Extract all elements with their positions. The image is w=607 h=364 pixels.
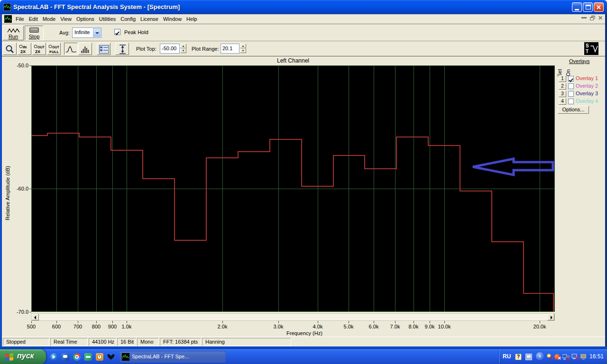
overlay-checkbox-2[interactable] xyxy=(568,83,574,89)
help-tip-icon[interactable]: ? xyxy=(515,354,522,360)
taskbar-app-button[interactable]: SpectraLAB - FFT Spe... xyxy=(120,351,226,363)
y-axis-label-box: Relative Amplitude (dB) xyxy=(3,102,12,225)
overlay-checkbox-3[interactable] xyxy=(568,91,574,97)
zoom-out-2x-button[interactable]: OUT2X xyxy=(32,43,46,55)
green-tool-icon[interactable] xyxy=(84,353,92,361)
x-tick-label: 7.0k xyxy=(390,324,400,329)
status-cell-1: Real Time xyxy=(50,338,88,346)
zoom-in-2x-button[interactable]: IN2X xyxy=(18,43,31,55)
avg-combobox[interactable]: Infinite xyxy=(72,27,101,38)
plot-top-input[interactable]: -50.00 xyxy=(160,44,180,54)
x-tick-mark xyxy=(96,321,97,323)
x-tick-label: 8.0k xyxy=(409,324,419,329)
stop-button[interactable]: Stop xyxy=(25,26,44,40)
wireless-network-error-icon[interactable]: ✕ xyxy=(562,354,569,360)
menu-utilities[interactable]: Utilities xyxy=(97,15,118,25)
taskbar: пуск SpectraLAB - FFT Spe... RU ? xyxy=(0,349,607,364)
run-button[interactable]: Run xyxy=(3,26,24,40)
agent-blocked-icon[interactable]: ✕ xyxy=(554,354,561,360)
overlay-set-button-4[interactable]: 4 xyxy=(559,98,566,105)
plot-top-label: Plot Top: xyxy=(136,46,156,52)
x-tick-mark xyxy=(349,321,349,323)
spin-up-icon2[interactable]: ▲ xyxy=(240,44,246,48)
spectrum-curve-icon xyxy=(65,46,77,53)
layout-monitor-icon[interactable] xyxy=(525,354,532,360)
plot-range-input[interactable]: 20.1 xyxy=(221,44,239,54)
zoom-out-full-button[interactable]: OUTFULL xyxy=(47,43,61,55)
display-icon[interactable] xyxy=(580,354,587,360)
language-indicator[interactable]: RU xyxy=(503,353,511,360)
bar-view-button[interactable] xyxy=(78,43,92,55)
mdi-minimize-icon[interactable] xyxy=(581,17,587,18)
spin-up-icon[interactable]: ▲ xyxy=(180,44,186,48)
amplitude-scale-button[interactable] xyxy=(115,43,129,55)
peak-hold-checkbox[interactable] xyxy=(114,29,120,35)
x-tick-mark xyxy=(222,321,223,323)
plot-range-spinner[interactable]: ▲ ▼ xyxy=(240,44,246,53)
spectrum-view-button[interactable] xyxy=(64,43,78,55)
plot-range-value: 20.1 xyxy=(222,46,232,51)
chrome-icon[interactable] xyxy=(73,353,81,361)
mdi-close-icon[interactable]: ✕ xyxy=(598,15,603,21)
taskbar-clock: 16:51 xyxy=(589,353,604,360)
close-icon: ✕ xyxy=(594,3,603,11)
close-button[interactable]: ✕ xyxy=(594,2,604,12)
overlay-set-button-1[interactable]: 1 xyxy=(559,75,566,82)
minimize-button[interactable] xyxy=(572,2,582,12)
overlays-options-button[interactable]: Options... xyxy=(558,106,589,114)
zoom-button[interactable] xyxy=(3,43,17,55)
zoom-out-2x-icon: OUT2X xyxy=(34,44,46,55)
scroll-left-button[interactable] xyxy=(32,314,39,320)
status-bar: StoppedReal Time44100 Hz16 BitMonoFFT: 1… xyxy=(2,337,605,346)
scroll-right-button[interactable] xyxy=(547,314,554,320)
start-button[interactable]: пуск xyxy=(0,349,46,364)
menu-window[interactable]: Window xyxy=(161,15,184,25)
document-icon xyxy=(4,15,12,25)
overlay-checkbox-4[interactable] xyxy=(568,99,574,104)
x-tick-label: 5.0k xyxy=(344,324,354,329)
plot-top-spinner[interactable]: ▲ ▼ xyxy=(180,44,186,53)
spin-down-icon2[interactable]: ▼ xyxy=(240,48,246,53)
peak-hold-label: Peak Hold xyxy=(124,29,148,35)
bar-chart-icon xyxy=(81,45,91,54)
signal-generator-button[interactable]: ST xyxy=(584,42,598,55)
menu-config[interactable]: Config xyxy=(118,15,138,25)
maximize-button[interactable] xyxy=(583,2,593,12)
tip-blocked-icon[interactable]: ✕ xyxy=(546,354,553,360)
title-bar: SpectraLAB - FFT Spectral Analysis Syste… xyxy=(0,0,607,14)
foobar-icon[interactable] xyxy=(107,353,115,361)
start-label: пуск xyxy=(17,352,34,360)
x-scrollbar[interactable] xyxy=(31,313,555,321)
display-options-button[interactable] xyxy=(97,43,110,55)
overlay-checkbox-1[interactable] xyxy=(568,76,574,82)
menu-license[interactable]: License xyxy=(138,15,161,25)
run-icon xyxy=(7,27,20,33)
network-error-icon[interactable]: ✕ xyxy=(571,354,578,360)
menu-edit[interactable]: Edit xyxy=(27,15,40,25)
tray-chevron-icon[interactable]: ‹ xyxy=(536,352,544,360)
plot-box xyxy=(31,65,555,312)
window-border-right xyxy=(605,14,607,349)
x-tick-mark xyxy=(540,321,540,323)
x-tick-label: 20.0k xyxy=(533,324,546,329)
menu-file[interactable]: File xyxy=(13,15,27,25)
overlay-set-button-3[interactable]: 3 xyxy=(559,91,566,97)
overlay-set-button-2[interactable]: 2 xyxy=(559,83,566,90)
status-cell-5: FFT: 16384 pts xyxy=(160,338,201,346)
spin-down-icon[interactable]: ▼ xyxy=(180,48,186,53)
clock-app-icon[interactable] xyxy=(96,353,103,361)
zoom-out-full-icon: OUTFULL xyxy=(48,44,60,55)
y-tick-label: -50.0 xyxy=(9,63,28,68)
menu-mode[interactable]: Mode xyxy=(40,15,58,25)
media-player-icon[interactable] xyxy=(50,353,58,361)
avg-label: Avg: xyxy=(59,30,70,36)
x-tick-label: 700 xyxy=(74,324,82,329)
menu-help[interactable]: Help xyxy=(184,15,200,25)
messenger-icon[interactable] xyxy=(62,353,69,361)
menu-options[interactable]: Options xyxy=(74,15,97,25)
overlays-panel: Overlays Set On 1Overlay 12Overlay 23Ove… xyxy=(555,56,605,118)
avg-dropdown-button[interactable] xyxy=(93,28,101,37)
svg-text:T: T xyxy=(586,49,589,54)
y-axis-label: Relative Amplitude (dB) xyxy=(5,166,10,220)
menu-view[interactable]: View xyxy=(58,15,74,25)
